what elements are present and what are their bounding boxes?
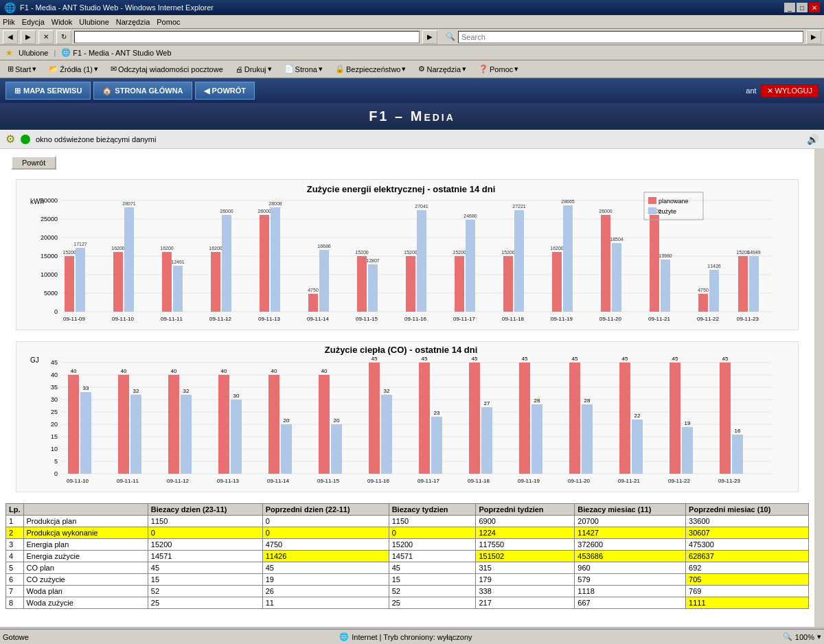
svg-rect-82 <box>738 256 748 312</box>
svg-text:45: 45 <box>51 359 58 366</box>
minimize-button[interactable]: _ <box>784 3 795 12</box>
favorites-bar: ★ Ulubione | 🌐 F1 - Media - ANT Studio W… <box>0 45 824 60</box>
svg-rect-172 <box>720 363 731 474</box>
svg-text:15200: 15200 <box>355 250 369 255</box>
menu-pomoc[interactable]: Pomoc <box>157 18 180 26</box>
svg-rect-44 <box>368 264 378 312</box>
strona-glowna-button[interactable]: 🏠 STRONA GŁÓWNA <box>93 82 192 100</box>
sound-icon: 🔊 <box>807 134 819 145</box>
internet-icon: 🌐 <box>339 632 349 641</box>
mail-btn[interactable]: ✉ Odczytaj wiadomości pocztowe <box>106 62 228 76</box>
svg-rect-142 <box>419 363 430 474</box>
tools-btn[interactable]: ⚙ Narzędzia ▾ <box>413 62 471 76</box>
refresh-button[interactable]: ↻ <box>56 30 71 44</box>
data-table-section: Lp. Biezacy dzien (23-11) Poprzedni dzie… <box>0 503 814 614</box>
svg-text:30000: 30000 <box>41 197 58 204</box>
help-btn[interactable]: ❓ Pomoc ▾ <box>474 62 523 76</box>
svg-rect-119 <box>181 395 192 474</box>
svg-text:20: 20 <box>51 421 58 428</box>
svg-text:26000: 26000 <box>220 209 233 214</box>
powrot-button[interactable]: ◀ POWRÓT <box>195 82 255 100</box>
svg-text:45: 45 <box>522 356 528 362</box>
zoom-value: 100% <box>795 633 814 641</box>
menu-widok[interactable]: Widok <box>52 18 73 26</box>
svg-rect-39 <box>319 250 329 312</box>
svg-rect-59 <box>514 210 524 312</box>
print-btn[interactable]: 🖨 Drukuj ▾ <box>231 62 277 76</box>
svg-text:16686: 16686 <box>317 244 331 249</box>
svg-text:28071: 28071 <box>122 201 136 206</box>
menu-edycja[interactable]: Edycja <box>22 18 45 26</box>
star-icon: ★ <box>5 48 13 58</box>
svg-text:23: 23 <box>434 410 440 416</box>
logout-button[interactable]: ✕ WYLOGUJ <box>761 84 819 97</box>
page-btn[interactable]: 📄 Strona ▾ <box>279 62 328 76</box>
gear-icon: ⚙ <box>5 133 15 146</box>
svg-text:32: 32 <box>133 388 139 394</box>
back-button[interactable]: Powrót <box>11 156 56 170</box>
sources-btn[interactable]: 📂 Źródła (1) ▾ <box>44 62 103 76</box>
table-row: 6 CO zużycie 15 19 15 179 579 705 <box>6 574 809 586</box>
forward-nav-button[interactable]: ▶ <box>21 30 36 44</box>
app-icon: 🌐 <box>4 2 16 13</box>
page-title: F1 – Media <box>0 103 824 130</box>
search-input[interactable] <box>458 31 803 43</box>
stop-button[interactable]: ✕ <box>38 30 54 44</box>
svg-text:12807: 12807 <box>366 258 380 263</box>
fav-page-tab[interactable]: 🌐 F1 - Media - ANT Studio Web <box>61 48 171 57</box>
svg-text:09-11-21: 09-11-21 <box>648 316 671 322</box>
search-button[interactable]: ▶ <box>806 30 821 44</box>
heat-chart-wrapper: Zużycie ciepła (CO) - ostatnie 14 dni GJ… <box>11 341 803 492</box>
svg-text:09-11-12: 09-11-12 <box>167 478 190 484</box>
svg-text:09-11-16: 09-11-16 <box>404 316 427 322</box>
page-title-text: F1 – Media <box>369 108 455 124</box>
favorites-label[interactable]: Ulubione <box>19 49 48 57</box>
table-row: 8 Woda zużycie 25 11 25 217 667 1111 <box>6 597 809 609</box>
menu-ulubione[interactable]: Ulubione <box>79 18 108 26</box>
svg-text:45: 45 <box>371 356 378 362</box>
svg-text:09-11-18: 09-11-18 <box>468 478 490 484</box>
svg-rect-114 <box>130 395 141 474</box>
svg-rect-139 <box>381 395 392 474</box>
back-section: Powrót <box>0 149 814 176</box>
col-biezacy-miesiac: Biezacy miesiac (11) <box>575 504 686 516</box>
svg-text:09-11-15: 09-11-15 <box>317 478 340 484</box>
svg-text:17127: 17127 <box>73 242 87 246</box>
status-middle-text: Internet | Tryb chroniony: wyłączony <box>352 633 472 641</box>
maximize-button[interactable]: □ <box>797 3 808 12</box>
svg-text:16200: 16200 <box>209 246 222 251</box>
svg-text:10000: 10000 <box>41 271 58 278</box>
go-button[interactable]: ▶ <box>422 30 437 44</box>
bottom-status-bar: Gotowe 🌐 Internet | Tryb chroniony: wyłą… <box>0 629 824 644</box>
svg-text:40: 40 <box>121 368 127 374</box>
table-row: 7 Woda plan 52 26 52 338 1118 769 <box>6 586 809 597</box>
legend-used-box <box>648 207 656 214</box>
address-input[interactable]: http://klient1/WebInterface.html#4 <box>74 31 420 43</box>
heat-chart-svg: Zużycie ciepła (CO) - ostatnie 14 dni GJ… <box>16 341 799 492</box>
svg-rect-134 <box>331 424 342 474</box>
svg-text:45: 45 <box>572 356 578 362</box>
svg-text:28: 28 <box>534 398 540 404</box>
svg-rect-149 <box>481 407 492 474</box>
svg-text:32: 32 <box>384 388 390 394</box>
svg-text:27: 27 <box>484 400 490 406</box>
start-btn[interactable]: ⊞ Start ▾ <box>3 62 41 76</box>
back-nav-button[interactable]: ◀ <box>3 30 18 44</box>
svg-text:35: 35 <box>51 384 58 391</box>
svg-rect-49 <box>417 210 426 312</box>
mapa-serwisu-button[interactable]: ⊞ MAPA SERWISU <box>5 82 91 100</box>
svg-text:40: 40 <box>51 371 58 378</box>
svg-text:09-11-12: 09-11-12 <box>209 316 232 322</box>
window-title: F1 - Media - ANT Studio Web - Windows In… <box>20 3 214 12</box>
data-table: Lp. Biezacy dzien (23-11) Poprzedni dzie… <box>5 503 809 609</box>
menu-plik[interactable]: Plik <box>3 18 15 26</box>
energy-chart-svg: Zużycie energii elektrycznej - ostatnie … <box>16 179 799 330</box>
security-btn[interactable]: 🔒 Bezpieczeństwo ▾ <box>330 62 411 76</box>
svg-rect-169 <box>682 427 693 474</box>
menu-narzedzia[interactable]: Narzędzia <box>116 18 150 26</box>
svg-rect-164 <box>632 419 643 474</box>
close-button[interactable]: ✕ <box>809 3 820 12</box>
svg-text:15200: 15200 <box>62 250 76 255</box>
svg-rect-117 <box>168 375 179 474</box>
status-dot <box>21 135 30 144</box>
